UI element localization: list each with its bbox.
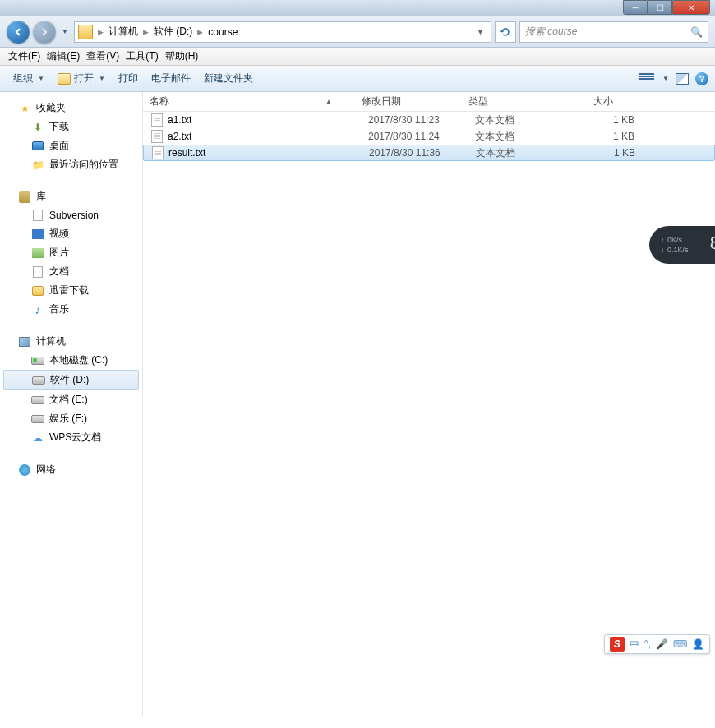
cloud-icon: ☁: [31, 431, 44, 445]
search-input[interactable]: 搜索 course 🔍: [519, 21, 708, 43]
doc-icon: [31, 209, 44, 222]
sidebar-videos[interactable]: 视频: [0, 224, 142, 243]
column-type[interactable]: 类型: [462, 94, 556, 108]
text-file-icon: [152, 146, 164, 159]
file-row[interactable]: result.txt2017/8/30 11:36文本文档1 KB: [143, 145, 715, 161]
file-row[interactable]: a1.txt2017/8/30 11:23文本文档1 KB: [143, 112, 715, 128]
picture-icon: [31, 247, 44, 260]
sidebar-drive-d[interactable]: 软件 (D:): [3, 370, 139, 390]
ime-toolbar[interactable]: S 中 °, 🎤 ⌨ 👤: [604, 634, 710, 654]
file-date: 2017/8/30 11:23: [368, 114, 475, 126]
navigation-pane: ★收藏夹 ⬇下载 桌面 📁最近访问的位置 库 Subversion 视频 图片 …: [0, 92, 143, 716]
doc-icon: [31, 265, 44, 279]
print-button[interactable]: 打印: [112, 68, 145, 89]
library-icon: [18, 191, 31, 204]
drive-icon: [31, 354, 44, 367]
forward-button[interactable]: [33, 21, 56, 44]
maximize-button[interactable]: ☐: [648, 0, 672, 15]
file-type: 文本文档: [476, 146, 570, 160]
ime-lang-button[interactable]: 中: [630, 638, 639, 652]
address-dropdown-icon[interactable]: ▼: [473, 28, 487, 36]
sidebar-wps-cloud[interactable]: ☁WPS云文档: [0, 428, 142, 447]
file-list-pane: 名称▲ 修改日期 类型 大小 a1.txt2017/8/30 11:23文本文档…: [143, 92, 715, 716]
column-size[interactable]: 大小: [556, 94, 630, 108]
sogou-logo-icon[interactable]: S: [610, 637, 625, 652]
refresh-button[interactable]: [495, 21, 516, 43]
breadcrumb-folder[interactable]: course: [205, 26, 241, 38]
breadcrumb-sep-icon: ▶: [141, 28, 150, 36]
sidebar-downloads[interactable]: ⬇下载: [0, 117, 142, 136]
title-bar: ─ ☐ ✕: [0, 0, 715, 16]
sidebar-pictures[interactable]: 图片: [0, 243, 142, 262]
address-bar[interactable]: ▶ 计算机 ▶ 软件 (D:) ▶ course ▼: [74, 21, 491, 43]
file-row[interactable]: a2.txt2017/8/30 11:24文本文档1 KB: [143, 128, 715, 145]
open-icon: [58, 73, 71, 85]
file-type: 文本文档: [475, 130, 569, 144]
column-name[interactable]: 名称▲: [143, 94, 355, 108]
sidebar-xunlei[interactable]: 迅雷下载: [0, 281, 142, 300]
sidebar-drive-e[interactable]: 文档 (E:): [0, 390, 142, 409]
sidebar-desktop[interactable]: 桌面: [0, 136, 142, 155]
chevron-down-icon: ▼: [38, 75, 44, 82]
network-header[interactable]: 网络: [0, 460, 142, 479]
ime-punct-button[interactable]: °,: [644, 638, 651, 650]
menu-file[interactable]: 文件(F): [5, 48, 44, 65]
drive-icon: [32, 374, 45, 387]
file-type: 文本文档: [475, 113, 569, 127]
ime-user-button[interactable]: 👤: [692, 638, 704, 650]
column-date[interactable]: 修改日期: [355, 94, 462, 108]
sidebar-music[interactable]: ♪音乐: [0, 300, 142, 319]
file-date: 2017/8/30 11:36: [369, 147, 476, 159]
breadcrumb-sep-icon: ▶: [196, 28, 205, 36]
menu-help[interactable]: 帮助(H): [162, 48, 202, 65]
ime-keyboard-button[interactable]: ⌨: [673, 638, 687, 650]
sidebar-documents[interactable]: 文档: [0, 262, 142, 281]
chevron-down-icon[interactable]: ▼: [662, 75, 669, 82]
menu-bar: 文件(F) 编辑(E) 查看(V) 工具(T) 帮助(H): [0, 48, 715, 66]
email-button[interactable]: 电子邮件: [145, 68, 197, 89]
minimize-button[interactable]: ─: [623, 0, 648, 15]
breadcrumb-sep-icon: ▶: [96, 28, 105, 36]
drive-icon: [31, 394, 44, 407]
menu-tools[interactable]: 工具(T): [122, 48, 161, 65]
text-file-icon: [151, 130, 163, 143]
star-icon: ★: [18, 102, 31, 115]
desktop-icon: [31, 140, 44, 153]
file-size: 1 KB: [569, 114, 634, 126]
download-icon: ⬇: [31, 121, 44, 134]
sidebar-recent[interactable]: 📁最近访问的位置: [0, 155, 142, 174]
favorites-header[interactable]: ★收藏夹: [0, 99, 142, 117]
close-button[interactable]: ✕: [672, 0, 710, 15]
sidebar-drive-c[interactable]: 本地磁盘 (C:): [0, 351, 142, 370]
computer-icon: [18, 335, 31, 348]
breadcrumb-drive[interactable]: 软件 (D:): [150, 25, 196, 39]
help-button[interactable]: ?: [695, 72, 708, 85]
file-size: 1 KB: [570, 147, 635, 159]
preview-pane-button[interactable]: [676, 73, 689, 85]
file-size: 1 KB: [569, 131, 634, 142]
open-button[interactable]: 打开▼: [51, 68, 112, 89]
view-options-button[interactable]: [639, 73, 654, 85]
music-icon: ♪: [31, 303, 44, 316]
back-button[interactable]: [7, 21, 30, 44]
file-date: 2017/8/30 11:24: [368, 131, 475, 142]
organize-button[interactable]: 组织▼: [7, 68, 51, 89]
text-file-icon: [151, 113, 163, 127]
breadcrumb-computer[interactable]: 计算机: [105, 25, 141, 39]
toolbar: 组织▼ 打开▼ 打印 电子邮件 新建文件夹 ▼ ?: [0, 66, 715, 92]
network-monitor-overlay[interactable]: ↑0K/s ↓0.1K/s 8: [649, 226, 715, 264]
menu-edit[interactable]: 编辑(E): [44, 48, 83, 65]
history-dropdown[interactable]: ▼: [59, 21, 71, 44]
computer-header[interactable]: 计算机: [0, 332, 142, 351]
drive-icon: [31, 412, 44, 426]
sidebar-drive-f[interactable]: 娱乐 (F:): [0, 409, 142, 428]
sort-indicator-icon: ▲: [325, 98, 332, 105]
new-folder-button[interactable]: 新建文件夹: [197, 68, 260, 89]
file-name: a1.txt: [168, 114, 368, 126]
file-name: result.txt: [168, 147, 369, 159]
menu-view[interactable]: 查看(V): [83, 48, 122, 65]
sidebar-subversion[interactable]: Subversion: [0, 206, 142, 224]
libraries-header[interactable]: 库: [0, 187, 142, 206]
window-controls: ─ ☐ ✕: [623, 0, 710, 15]
ime-mic-button[interactable]: 🎤: [656, 638, 668, 650]
